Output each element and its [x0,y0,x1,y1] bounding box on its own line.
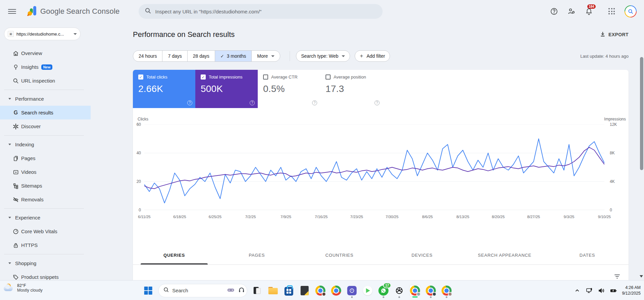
hidden-icons-chevron[interactable] [574,287,581,294]
user-settings-icon[interactable] [567,7,576,15]
sidebar-item-label: URL inspection [21,78,55,84]
help-icon[interactable] [550,7,558,15]
notifications-bell-icon[interactable]: 184 [585,7,593,15]
chrome-profile-1-icon[interactable] [314,285,326,296]
whatsapp-icon[interactable]: 17 [378,285,389,296]
volume-icon[interactable] [598,287,605,294]
metric-card-average-position[interactable]: Average position17.3? [320,70,383,108]
metric-card-total-clicks[interactable]: ✓Total clicks2.66K? [133,70,195,108]
start-button[interactable] [142,285,154,296]
metric-value: 0.5% [263,84,315,94]
date-range-more[interactable]: More [252,51,280,61]
notepad-icon[interactable] [299,285,310,296]
help-icon[interactable]: ? [250,100,255,105]
checkbox-total-impressions[interactable]: ✓ [201,74,206,80]
metric-card-average-ctr[interactable]: Average CTR0.5%? [258,70,320,108]
player-app-icon[interactable] [362,285,373,296]
sidebar-item-product-snippets[interactable]: Product snippets [0,270,91,280]
microsoft-store-icon[interactable] [283,285,294,296]
left-axis-title: Clicks [138,117,148,121]
download-icon [600,31,606,38]
metric-card-total-impressions[interactable]: ✓Total impressions500K? [195,70,258,108]
tab-queries[interactable]: QUERIES [133,246,215,264]
help-icon[interactable]: ? [375,100,380,105]
sidebar-section-shopping[interactable]: Shopping [0,256,91,270]
battery-charging-icon[interactable] [610,287,617,294]
x-axis-dates: 6/11/256/18/256/25/257/2/257/9/257/16/25… [144,215,604,220]
hamburger-menu-icon[interactable] [8,7,16,15]
scrollbar-thumb[interactable] [640,57,643,170]
chart-plot-area[interactable] [144,124,604,210]
sidebar-item-insights[interactable]: InsightsNew [0,60,91,74]
sidebar-item-https[interactable]: HTTPS [0,238,91,252]
x-tick-label: 8/20/25 [492,215,504,219]
sidebar-divider [0,88,91,92]
export-button[interactable]: EXPORT [600,31,629,38]
right-axis-title: Impressions [604,117,626,121]
chrome-profile-2-icon[interactable] [425,285,436,296]
sidebar-section-indexing[interactable]: Indexing [0,138,91,151]
tab-pages[interactable]: PAGES [215,246,298,264]
authenticator-app-icon[interactable] [346,285,357,296]
task-view-icon[interactable] [251,285,263,296]
date-range-label: 3 months [227,53,246,59]
sidebar-item-overview[interactable]: Overview [0,46,91,60]
weather-widget[interactable]: 82°F Mostly cloudy [3,283,43,293]
date-range-7-days[interactable]: 7 days [162,51,187,61]
clock-widget[interactable]: 4:26 AM 9/12/2025 [622,285,641,296]
sidebar-item-label: Core Web Vitals [21,229,57,234]
taskbar-search-label: Search [172,288,223,293]
add-filter-chip[interactable]: + Add filter [355,50,390,62]
sidebar-section-performance[interactable]: Performance [0,92,91,106]
search-type-chip[interactable]: Search type: Web [296,50,350,62]
tab-devices[interactable]: DEVICES [381,246,463,264]
tab-dates[interactable]: DATES [546,246,629,264]
sidebar-item-search-results[interactable]: GSearch results [0,106,91,119]
gsc-logo[interactable]: GoogleSearch Console [27,5,120,17]
url-inspect-search-input[interactable]: Inspect any URL in "https://destudiohome… [139,4,383,19]
checkbox-average-position[interactable] [326,74,331,80]
insights-icon [12,64,19,70]
sidebar-item-videos[interactable]: Videos [0,165,91,179]
help-icon[interactable]: ? [187,100,192,105]
whatsapp-badge: 17 [383,283,391,288]
help-icon[interactable]: ? [312,100,317,105]
core-web-vitals-icon [12,228,19,235]
taskbar-search[interactable]: Search [158,284,247,297]
date-range-3-months[interactable]: ✓3 months [215,51,252,61]
sidebar-item-url-inspection[interactable]: URL inspection [0,74,91,88]
scrollbar-down-arrow[interactable] [640,275,643,278]
chevron-down-icon [8,217,11,218]
metric-label: Average position [334,74,366,80]
right-tick-label: 0 [610,208,612,212]
sidebar-item-pages[interactable]: Pages [0,151,91,165]
chrome-active-icon[interactable] [409,285,420,296]
date-range-24-hours[interactable]: 24 hours [133,51,162,61]
sidebar-item-removals[interactable]: Removals [0,193,91,206]
chrome-icon[interactable] [330,285,342,296]
chatgpt-icon[interactable] [393,285,405,296]
filter-table-icon[interactable] [614,273,621,280]
file-explorer-icon[interactable] [267,285,279,296]
tab-countries[interactable]: COUNTRIES [298,246,381,264]
chrome-profile-3-icon[interactable] [441,285,452,296]
network-display-icon[interactable] [586,287,593,294]
x-tick-label: 7/9/25 [281,215,291,219]
sidebar-item-sitemaps[interactable]: Sitemaps [0,179,91,193]
date-range-28-days[interactable]: 28 days [188,51,215,61]
headset-icon [238,287,245,295]
account-avatar[interactable] [625,5,637,17]
checkbox-average-ctr[interactable] [263,74,268,80]
checkbox-total-clicks[interactable]: ✓ [138,74,143,80]
google-apps-grid-icon[interactable] [608,8,615,15]
property-selector[interactable]: ▣ https://destudiohome.c... [4,28,81,40]
sidebar-item-core-web-vitals[interactable]: Core Web Vitals [0,224,91,238]
search-type-label: Search type: Web [301,53,338,59]
filter-divider [290,51,290,61]
sidebar-item-label: Videos [21,169,37,175]
sidebar-item-discover[interactable]: Discover [0,119,91,133]
tab-search-appearance[interactable]: SEARCH APPEARANCE [463,246,546,264]
chevron-down-icon [8,144,11,145]
sitemaps-icon [12,183,19,189]
sidebar-section-experience[interactable]: Experience [0,211,91,224]
